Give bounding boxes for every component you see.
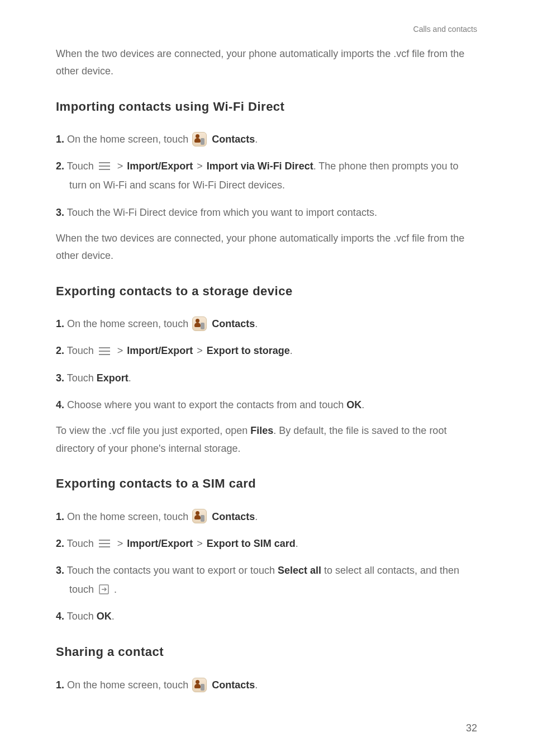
section3-step3: 3. Touch the contacts you want to export… bbox=[56, 561, 477, 599]
step-text: Touch bbox=[64, 538, 97, 549]
section1-step3: 3. Touch the Wi-Fi Direct device from wh… bbox=[56, 203, 477, 222]
step-text: Touch bbox=[64, 611, 97, 622]
step-number: 1. bbox=[56, 318, 64, 329]
separator: > bbox=[193, 160, 207, 172]
action-label: OK bbox=[97, 611, 112, 622]
contacts-label: Contacts bbox=[212, 511, 255, 522]
contacts-label: Contacts bbox=[212, 679, 255, 691]
action-label: OK bbox=[346, 399, 361, 410]
menu-item: Export to storage bbox=[207, 345, 290, 356]
action-label: Export bbox=[97, 372, 129, 384]
section2-step1: 1. On the home screen, touch Contacts. bbox=[56, 314, 477, 333]
step-text: On the home screen, touch bbox=[64, 511, 191, 522]
step-text: . bbox=[296, 538, 298, 549]
section4-step1: 1. On the home screen, touch Contacts. bbox=[56, 675, 477, 694]
intro-paragraph: When the two devices are connected, your… bbox=[56, 45, 477, 81]
step-text: . bbox=[255, 679, 258, 691]
contacts-icon bbox=[192, 509, 207, 523]
step-number: 1. bbox=[56, 511, 64, 522]
section3-step4: 4. Touch OK. bbox=[56, 607, 477, 626]
step-text: Touch the contacts you want to export or… bbox=[64, 565, 278, 576]
section1-title: Importing contacts using Wi-Fi Direct bbox=[56, 96, 477, 118]
step-text: On the home screen, touch bbox=[64, 134, 191, 145]
step-number: 3. bbox=[56, 565, 64, 576]
contacts-icon bbox=[192, 132, 207, 147]
contacts-label: Contacts bbox=[212, 134, 255, 145]
step-number: 4. bbox=[56, 611, 64, 622]
step-text: Choose where you want to export the cont… bbox=[64, 399, 346, 410]
section2-step2: 2. Touch > Import/Export > Export to sto… bbox=[56, 341, 477, 360]
step-text: Touch bbox=[64, 160, 97, 172]
section2-title: Exporting contacts to a storage device bbox=[56, 281, 477, 303]
step-text: . bbox=[255, 318, 258, 329]
step-number: 4. bbox=[56, 399, 64, 410]
section4-title: Sharing a contact bbox=[56, 641, 477, 663]
separator: > bbox=[113, 345, 127, 356]
menu-icon bbox=[98, 539, 111, 548]
closing-text: To view the .vcf file you just exported,… bbox=[56, 425, 250, 436]
menu-item: Import via Wi-Fi Direct bbox=[207, 160, 313, 172]
step-text: On the home screen, touch bbox=[64, 318, 191, 329]
step-number: 2. bbox=[56, 160, 64, 172]
menu-icon bbox=[98, 162, 111, 171]
menu-icon bbox=[98, 347, 111, 356]
menu-item: Import/Export bbox=[127, 345, 193, 356]
separator: > bbox=[193, 538, 207, 549]
section3-step2: 2. Touch > Import/Export > Export to SIM… bbox=[56, 534, 477, 553]
step-number: 2. bbox=[56, 538, 64, 549]
step-text: On the home screen, touch bbox=[64, 679, 191, 691]
section2-step3: 3. Touch Export. bbox=[56, 368, 477, 388]
files-label: Files bbox=[250, 425, 273, 436]
separator: > bbox=[113, 538, 127, 549]
step-text: . bbox=[129, 372, 131, 384]
section1-closing: When the two devices are connected, your… bbox=[56, 230, 477, 265]
section2-step4: 4. Choose where you want to export the c… bbox=[56, 395, 477, 414]
section3-step1: 1. On the home screen, touch Contacts. bbox=[56, 507, 477, 526]
section1-step2: 2. Touch > Import/Export > Import via Wi… bbox=[56, 157, 477, 195]
step-number: 3. bbox=[56, 207, 64, 218]
step-number: 1. bbox=[56, 134, 64, 145]
step-text: . bbox=[111, 584, 117, 595]
step-number: 1. bbox=[56, 679, 64, 691]
contacts-icon bbox=[192, 316, 207, 331]
page-header: Calls and contacts bbox=[56, 22, 477, 36]
menu-item: Import/Export bbox=[127, 160, 193, 172]
export-icon bbox=[98, 584, 110, 595]
step-number: 2. bbox=[56, 345, 64, 356]
section3-title: Exporting contacts to a SIM card bbox=[56, 473, 477, 495]
separator: > bbox=[193, 345, 207, 356]
step-text: Touch the Wi-Fi Direct device from which… bbox=[64, 207, 377, 218]
section1-step1: 1. On the home screen, touch Contacts. bbox=[56, 130, 477, 149]
separator: > bbox=[113, 160, 127, 172]
contacts-icon bbox=[192, 678, 207, 692]
step-text: . bbox=[255, 511, 258, 522]
step-text: . bbox=[255, 134, 258, 145]
menu-item: Export to SIM card bbox=[207, 538, 296, 549]
step-text: Touch bbox=[64, 345, 97, 356]
step-text: . bbox=[361, 399, 364, 410]
page-number: 32 bbox=[466, 720, 477, 738]
select-all-label: Select all bbox=[278, 565, 321, 576]
step-text: . bbox=[112, 611, 115, 622]
step-text: . bbox=[290, 345, 293, 356]
section2-closing: To view the .vcf file you just exported,… bbox=[56, 422, 477, 457]
menu-item: Import/Export bbox=[127, 538, 193, 549]
contacts-label: Contacts bbox=[212, 318, 255, 329]
step-text: Touch bbox=[64, 372, 97, 384]
step-number: 3. bbox=[56, 372, 64, 384]
